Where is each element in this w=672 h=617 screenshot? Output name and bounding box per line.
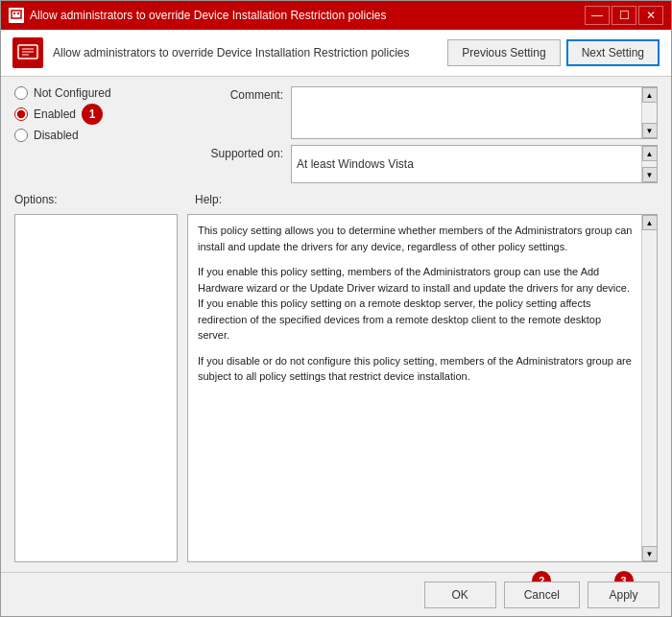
maximize-button[interactable]: ☐ xyxy=(612,6,636,25)
previous-setting-button[interactable]: Previous Setting xyxy=(447,39,560,66)
right-panel: Comment: ▲ ▼ Supported on: At least Wind… xyxy=(197,86,658,183)
options-section-label: Options: xyxy=(14,193,187,206)
enabled-input[interactable] xyxy=(14,107,28,121)
help-paragraph-1: This policy setting allows you to determ… xyxy=(198,223,634,254)
header-icon xyxy=(12,37,43,68)
left-panel: Not Configured Enabled 1 Disabled xyxy=(14,86,187,183)
enabled-label: Enabled xyxy=(34,107,76,121)
window-title: Allow administrators to override Device … xyxy=(30,9,386,22)
title-bar: Allow administrators to override Device … xyxy=(1,1,671,30)
supported-value: At least Windows Vista xyxy=(292,146,657,182)
top-section: Not Configured Enabled 1 Disabled xyxy=(14,86,658,183)
nav-buttons: Previous Setting Next Setting xyxy=(447,39,660,66)
comment-group: Comment: ▲ ▼ xyxy=(197,86,658,139)
supported-scroll-up[interactable]: ▲ xyxy=(642,146,658,161)
apply-button[interactable]: Apply xyxy=(588,581,660,608)
help-panel: This policy setting allows you to determ… xyxy=(187,214,658,562)
cancel-button[interactable]: Cancel xyxy=(504,581,580,608)
comment-scroll-track xyxy=(642,103,657,123)
help-section-label: Help: xyxy=(187,193,658,206)
help-text: This policy setting allows you to determ… xyxy=(188,215,657,392)
help-scroll-up[interactable]: ▲ xyxy=(642,215,658,230)
bottom-section: This policy setting allows you to determ… xyxy=(14,214,658,562)
main-content: Not Configured Enabled 1 Disabled xyxy=(1,77,671,572)
supported-scrollbar[interactable]: ▲ ▼ xyxy=(641,146,657,182)
enabled-radio[interactable]: Enabled 1 xyxy=(14,104,187,125)
not-configured-label: Not Configured xyxy=(34,86,111,100)
not-configured-input[interactable] xyxy=(14,86,28,100)
help-paragraph-3: If you disable or do not configure this … xyxy=(198,353,634,385)
help-paragraph-2: If you enable this policy setting, membe… xyxy=(198,264,634,344)
disabled-label: Disabled xyxy=(34,129,79,142)
supported-field: At least Windows Vista ▲ ▼ xyxy=(291,145,658,183)
footer: OK2Cancel3Apply xyxy=(1,572,671,616)
header-bar: Allow administrators to override Device … xyxy=(1,30,671,77)
comment-scrollbar[interactable]: ▲ ▼ xyxy=(641,87,657,138)
svg-rect-2 xyxy=(17,12,19,14)
comment-field: ▲ ▼ xyxy=(291,86,658,139)
title-bar-left: Allow administrators to override Device … xyxy=(9,8,386,23)
not-configured-radio[interactable]: Not Configured xyxy=(14,86,187,100)
title-buttons: — ☐ ✕ xyxy=(585,6,663,25)
comment-scroll-up[interactable]: ▲ xyxy=(642,87,658,103)
disabled-radio[interactable]: Disabled xyxy=(14,129,187,142)
help-scrollbar[interactable]: ▲ ▼ xyxy=(641,215,657,561)
help-scroll-down[interactable]: ▼ xyxy=(642,546,658,561)
main-window: Allow administrators to override Device … xyxy=(0,0,672,617)
window-icon xyxy=(9,8,24,23)
disabled-input[interactable] xyxy=(14,129,28,142)
comment-scroll-down[interactable]: ▼ xyxy=(642,123,658,138)
supported-scroll-down[interactable]: ▼ xyxy=(642,167,658,182)
minimize-button[interactable]: — xyxy=(585,6,610,25)
comment-textarea[interactable] xyxy=(292,87,641,138)
close-button[interactable]: ✕ xyxy=(638,6,663,25)
ok-button[interactable]: OK xyxy=(424,581,496,608)
radio-group: Not Configured Enabled 1 Disabled xyxy=(14,86,187,142)
badge-1: 1 xyxy=(82,104,103,125)
header-title: Allow administrators to override Device … xyxy=(53,46,438,59)
next-setting-button[interactable]: Next Setting xyxy=(566,39,660,66)
svg-rect-1 xyxy=(13,12,15,14)
comment-label: Comment: xyxy=(197,86,283,102)
supported-group: Supported on: At least Windows Vista ▲ ▼ xyxy=(197,145,658,183)
svg-rect-0 xyxy=(12,11,21,18)
supported-label: Supported on: xyxy=(197,145,283,160)
help-scroll-track xyxy=(642,230,657,546)
options-panel xyxy=(14,214,178,562)
middle-labels: Options: Help: xyxy=(14,189,658,208)
